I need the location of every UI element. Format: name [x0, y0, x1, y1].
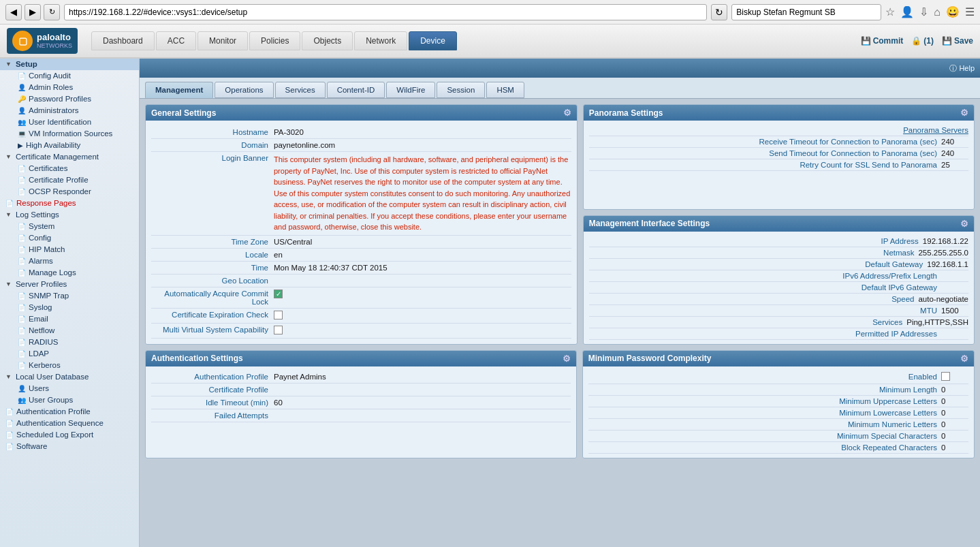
field-time: Time Mon May 18 12:40:37 CDT 2015	[151, 262, 571, 275]
sidebar-label-hip: HIP Match	[29, 245, 65, 253]
sidebar-item-scheduled-log-export[interactable]: 📄 Scheduled Log Export	[0, 429, 139, 441]
sidebar-item-ocsp-responder[interactable]: 📄 OCSP Responder	[5, 186, 139, 198]
sidebar-item-cert-profile[interactable]: 📄 Certificate Profile	[5, 174, 139, 186]
panorama-gear[interactable]: ⚙	[960, 108, 968, 118]
tab-session[interactable]: Session	[437, 82, 485, 98]
sidebar-item-admin-roles[interactable]: 👤 Admin Roles	[5, 82, 139, 93]
general-settings-gear[interactable]: ⚙	[563, 108, 571, 118]
auth-header: Authentication Settings ⚙	[146, 351, 576, 366]
sidebar-item-alarms[interactable]: 📄 Alarms	[5, 255, 139, 267]
tab-policies[interactable]: Policies	[249, 31, 300, 50]
sidebar-item-user-groups[interactable]: 👥 User Groups	[5, 394, 139, 406]
sidebar-item-auth-profile[interactable]: 📄 Authentication Profile	[0, 406, 139, 418]
multi-vsys-checkbox[interactable]	[274, 326, 283, 334]
sidebar-section-setup: 📄 Config Audit 👤 Admin Roles 🔑 Password …	[0, 70, 139, 151]
sidebar-item-user-identification[interactable]: 👥 User Identification	[5, 116, 139, 128]
logo-area: ▢ paloalto NETWORKS	[7, 28, 78, 54]
panels-container: General Settings ⚙ Hostname PA-3020 Doma…	[140, 99, 980, 464]
auto-commit-checkbox[interactable]: ✓	[274, 290, 283, 298]
mgmt-field-gateway: Default Gateway 192.168.1.1	[589, 259, 968, 270]
home-icon[interactable]: ⌂	[934, 6, 941, 18]
min-password-gear[interactable]: ⚙	[960, 354, 968, 364]
panorama-body: Panorama Servers Receive Timeout for Con…	[584, 121, 974, 175]
auth-title: Authentication Settings	[151, 354, 243, 363]
sidebar-item-config[interactable]: 📄 Config	[5, 232, 139, 244]
help-button[interactable]: ⓘ Help	[949, 63, 975, 74]
minpwd-enabled-checkbox[interactable]	[941, 372, 950, 381]
sidebar-item-password-profiles[interactable]: 🔑 Password Profiles	[5, 93, 139, 105]
label-ipv6-prefix: IPv6 Address/Prefix Length	[842, 272, 937, 280]
sidebar-item-snmp[interactable]: 📄 SNMP Trap	[5, 290, 139, 302]
sidebar-item-setup[interactable]: ▼ Setup	[0, 59, 139, 70]
value-receive-timeout: 240	[941, 138, 968, 146]
value-speed: auto-negotiate	[918, 295, 968, 303]
sidebar-item-kerberos[interactable]: 📄 Kerberos	[5, 360, 139, 371]
sidebar-item-system[interactable]: 📄 System	[5, 221, 139, 232]
sidebar-item-netflow[interactable]: 📄 Netflow	[5, 325, 139, 337]
browser-nav-buttons: ◀ ▶ ↻	[5, 4, 60, 20]
sidebar-item-config-audit[interactable]: 📄 Config Audit	[5, 70, 139, 82]
label-panorama-servers[interactable]: Panorama Servers	[903, 126, 968, 134]
sidebar-item-ldap[interactable]: 📄 LDAP	[5, 348, 139, 360]
tab-management[interactable]: Management	[145, 82, 213, 98]
value-services: Ping,HTTPS,SSH	[906, 318, 968, 326]
emoji-icon[interactable]: 😀	[946, 5, 960, 18]
sidebar-item-administrators[interactable]: 👤 Administrators	[5, 105, 139, 116]
sidebar-item-certificates[interactable]: 📄 Certificates	[5, 163, 139, 174]
cert-expiry-checkbox[interactable]	[274, 311, 283, 319]
sidebar-item-hip-match[interactable]: 📄 HIP Match	[5, 244, 139, 255]
refresh-button[interactable]: ↻	[44, 4, 60, 20]
reload-button[interactable]: ↻	[711, 4, 727, 20]
auth-field-cert-profile: Certificate Profile	[151, 384, 571, 396]
sidebar-label-password-profiles: Password Profiles	[29, 95, 91, 103]
value-login-banner: This computer system (including all hard…	[274, 154, 571, 233]
sidebar-item-local-user-db[interactable]: ▼ Local User Database	[0, 371, 139, 383]
sidebar-item-users[interactable]: 👤 Users	[5, 383, 139, 394]
star-icon[interactable]: ☆	[885, 5, 895, 18]
sidebar-item-software[interactable]: 📄 Software	[0, 441, 139, 452]
tab-operations[interactable]: Operations	[215, 82, 273, 98]
value-idle-timeout: 60	[274, 398, 571, 407]
label-ip-address: IP Address	[881, 237, 918, 245]
auth-gear[interactable]: ⚙	[563, 354, 571, 364]
profile-icon[interactable]: 👤	[900, 5, 914, 18]
tab-wildfire[interactable]: WildFire	[386, 82, 435, 98]
sidebar-label-ldap: LDAP	[29, 349, 49, 358]
sidebar-item-syslog[interactable]: 📄 Syslog	[5, 302, 139, 313]
pano-field-send-timeout: Send Timeout for Connection to Panorama …	[589, 148, 968, 159]
tab-monitor[interactable]: Monitor	[197, 31, 248, 50]
mgmt-gear[interactable]: ⚙	[960, 219, 968, 229]
tab-services[interactable]: Services	[275, 82, 326, 98]
lock-button[interactable]: 🔒 (1)	[911, 36, 934, 46]
sidebar-item-vm-info-sources[interactable]: 💻 VM Information Sources	[5, 128, 139, 140]
sidebar-label-user-identification: User Identification	[29, 118, 91, 126]
save-button[interactable]: 💾 Save	[942, 36, 973, 46]
download-icon[interactable]: ⇩	[919, 5, 928, 18]
sidebar-item-high-availability[interactable]: ▶ High Availability	[5, 140, 139, 151]
label-time: Time	[151, 264, 274, 272]
sidebar-item-email[interactable]: 📄 Email	[5, 313, 139, 325]
address-bar[interactable]	[64, 4, 707, 20]
tab-hsm[interactable]: HSM	[486, 82, 524, 98]
search-bar[interactable]	[731, 4, 881, 20]
sidebar-item-manage-logs[interactable]: 📄 Manage Logs	[5, 267, 139, 279]
tab-network[interactable]: Network	[354, 31, 407, 50]
sidebar-item-log-settings[interactable]: ▼ Log Settings	[0, 209, 139, 221]
tab-device[interactable]: Device	[409, 31, 457, 50]
menu-icon[interactable]: ☰	[965, 5, 975, 18]
mgmt-field-services: Services Ping,HTTPS,SSH	[589, 317, 968, 328]
sidebar-item-response-pages[interactable]: 📄 Response Pages	[0, 198, 139, 209]
back-button[interactable]: ◀	[5, 4, 22, 20]
tab-content-id[interactable]: Content-ID	[327, 82, 385, 98]
sidebar-item-auth-sequence[interactable]: 📄 Authentication Sequence	[0, 418, 139, 429]
forward-button[interactable]: ▶	[25, 4, 41, 20]
mgmt-field-mtu: MTU 1500	[589, 305, 968, 317]
sidebar-item-server-profiles[interactable]: ▼ Server Profiles	[0, 279, 139, 290]
tab-objects[interactable]: Objects	[302, 31, 353, 50]
commit-button[interactable]: 💾 Commit	[861, 36, 904, 46]
tab-acc[interactable]: ACC	[156, 31, 196, 50]
sidebar-item-cert-mgmt[interactable]: ▼ Certificate Management	[0, 151, 139, 163]
tab-dashboard[interactable]: Dashboard	[91, 31, 155, 50]
sidebar-item-radius[interactable]: 📄 RADIUS	[5, 337, 139, 348]
minpwd-field-lowercase: Minimum Lowercase Letters 0	[588, 407, 968, 419]
